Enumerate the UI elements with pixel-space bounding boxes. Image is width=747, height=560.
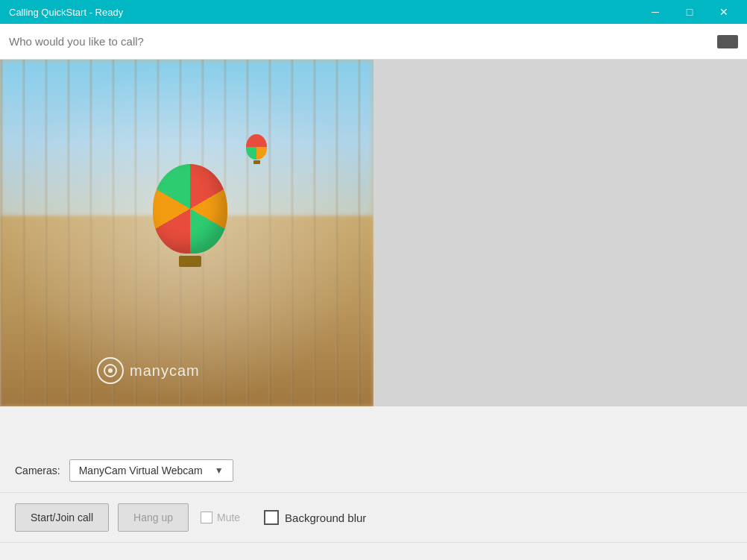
window-title: Calling QuickStart - Ready — [9, 7, 123, 18]
mute-label: Mute — [217, 512, 240, 523]
controls-section: Cameras: ManyCam Virtual Webcam ▼ Start/… — [0, 449, 747, 542]
video-preview: manycam — [0, 60, 374, 406]
buttons-row: Start/Join call Hang up Mute Background … — [0, 493, 747, 542]
balloon-small-basket — [253, 160, 260, 164]
manycam-icon — [97, 357, 124, 384]
camera-select-text: ManyCam Virtual Webcam — [79, 465, 209, 476]
camera-row: Cameras: ManyCam Virtual Webcam ▼ — [0, 449, 747, 493]
search-bar — [0, 24, 747, 60]
chevron-down-icon: ▼ — [215, 465, 224, 476]
mute-checkbox[interactable] — [201, 512, 212, 523]
close-button[interactable]: ✕ — [707, 0, 741, 24]
balloon-small — [246, 134, 267, 164]
mute-container: Mute — [201, 512, 240, 523]
background-blur-label: Background blur — [285, 512, 366, 524]
search-input[interactable] — [9, 35, 738, 48]
manycam-logo: manycam — [97, 357, 200, 384]
window-controls: ─ □ ✕ — [638, 0, 741, 24]
search-small-btn-1[interactable] — [717, 35, 738, 48]
background-blur-container: Background blur — [264, 510, 366, 525]
camera-label: Cameras: — [15, 465, 60, 476]
title-bar: Calling QuickStart - Ready ─ □ ✕ — [0, 0, 747, 24]
main-content: manycam — [0, 60, 747, 449]
background-blur-checkbox[interactable] — [264, 510, 279, 525]
hang-up-button[interactable]: Hang up — [118, 503, 189, 532]
minimize-button[interactable]: ─ — [638, 0, 672, 24]
manycam-inner — [104, 364, 117, 377]
right-panel — [374, 60, 747, 406]
balloon-basket — [179, 256, 201, 267]
start-join-button[interactable]: Start/Join call — [15, 503, 109, 532]
camera-select-dropdown[interactable]: ManyCam Virtual Webcam ▼ — [69, 459, 233, 482]
maximize-button[interactable]: □ — [672, 0, 707, 24]
manycam-dot — [108, 368, 113, 373]
balloon-main — [145, 164, 235, 283]
search-bar-buttons — [717, 35, 738, 48]
balloon-body — [153, 164, 227, 254]
status-bar — [0, 542, 747, 560]
manycam-text: manycam — [130, 362, 200, 380]
balloon-small-body — [246, 134, 267, 160]
